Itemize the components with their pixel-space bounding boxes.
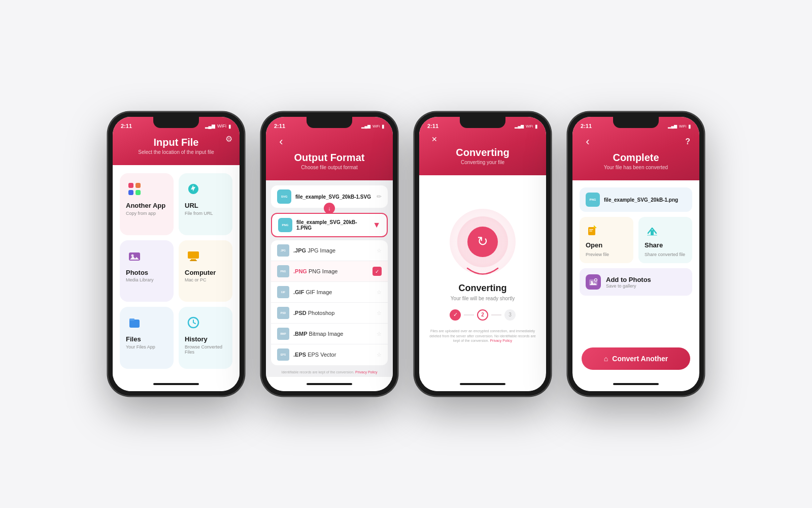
png-list-icon: PNG <box>277 265 289 277</box>
svg-rect-6 <box>188 251 199 259</box>
svg-rect-15 <box>589 229 593 230</box>
complete-actions-grid: Open Preview file Share <box>580 217 692 263</box>
step-3-pending: 3 <box>504 309 516 321</box>
bottom-bar-2 <box>266 377 393 391</box>
format-list: JPG .JPG JPG Image ☆ PNG .PNG PNG Image … <box>271 240 388 365</box>
history-card[interactable]: History Browse Converted Files <box>179 307 232 369</box>
status-icons-2: ▂▄▆ WiFi ▮ <box>361 123 385 129</box>
home-indicator-1 <box>153 383 199 385</box>
wifi-3: WiFi <box>526 124 533 128</box>
screen2-title: Output Format <box>275 151 384 164</box>
files-card[interactable]: Files Your Files App <box>120 307 174 369</box>
download-arrow: ↓ <box>324 203 335 214</box>
notch-4 <box>613 117 659 128</box>
refresh-icon: ↻ <box>477 234 488 249</box>
screen4-nav: ‹ ? <box>582 135 690 148</box>
time-1: 2:11 <box>121 123 132 129</box>
screen-1: 2:11 ▂▄▆ WiFi ▮ ⚙ Input File Select the … <box>113 117 240 391</box>
battery-4: ▮ <box>688 123 691 129</box>
converting-label: Converting Your file will be ready short… <box>451 283 515 301</box>
share-title: Share <box>645 241 686 249</box>
phone-2-output-format: 2:11 ▂▄▆ WiFi ▮ ‹ Output Format Choose f… <box>261 112 398 396</box>
screen3-title: Converting <box>428 146 537 158</box>
complete-file-card: PNG file_example_SVG_20kB-1.png <box>580 187 692 212</box>
svg-rect-23 <box>595 279 597 280</box>
screen3-nav: ✕ <box>428 135 537 143</box>
format-png[interactable]: PNG .PNG PNG Image ✓ <box>271 261 388 282</box>
files-icon <box>126 314 143 331</box>
step-2-number: 2 <box>481 312 484 318</box>
eps-label: .EPS EPS Vector <box>293 352 373 358</box>
computer-sub: Mac or PC <box>185 277 207 282</box>
close-button-3[interactable]: ✕ <box>428 135 441 143</box>
down-icon: ↓ <box>328 205 331 211</box>
status-icons-1: ▂▄▆ WiFi ▮ <box>205 123 231 129</box>
signal-icon: ▂▄▆ <box>205 123 215 129</box>
screen1-title: Input File <box>122 136 230 148</box>
svg-rect-0 <box>128 183 133 188</box>
svg-rect-18 <box>647 235 657 236</box>
history-sub: Browse Converted Files <box>185 344 226 355</box>
png-icon: PNG <box>278 218 292 232</box>
dropdown-arrow[interactable]: ▼ <box>373 220 381 230</box>
svg-point-5 <box>131 254 134 257</box>
eps-icon: EPS <box>277 348 289 361</box>
battery-3: ▮ <box>535 123 538 129</box>
share-card[interactable]: Share Share converted file <box>638 217 692 263</box>
computer-card[interactable]: Computer Mac or PC <box>179 240 232 302</box>
converting-privacy: Files are uploaded over an encrypted con… <box>427 329 538 343</box>
format-psd[interactable]: PSD .PSD Photoshop ☆ <box>271 303 388 324</box>
bottom-bar-4 <box>572 377 699 391</box>
convert-another-label: Convert Another <box>612 355 668 363</box>
open-card[interactable]: Open Preview file <box>580 217 633 263</box>
step-line-2 <box>491 314 501 315</box>
add-photos-card[interactable]: Add to Photos Save to gallery <box>580 268 692 296</box>
convert-another-button[interactable]: ⌂ Convert Another <box>582 347 690 370</box>
privacy-link-3[interactable]: Privacy Policy <box>490 339 512 342</box>
svg-marker-14 <box>594 225 597 228</box>
open-icon <box>586 223 601 238</box>
psd-label: .PSD Photoshop <box>293 310 373 316</box>
privacy-link-2[interactable]: Privacy Policy <box>355 370 378 374</box>
battery-icon: ▮ <box>228 123 231 129</box>
status-icons-3: ▂▄▆ WiFi ▮ <box>515 123 538 129</box>
format-bmp[interactable]: BMP .BMP Bitmap Image ☆ <box>271 324 388 344</box>
screen-2: 2:11 ▂▄▆ WiFi ▮ ‹ Output Format Choose f… <box>266 117 393 391</box>
computer-title: Computer <box>185 269 216 277</box>
back-button-4[interactable]: ‹ <box>582 135 594 148</box>
notch-3 <box>460 117 505 128</box>
signal-2: ▂▄▆ <box>361 124 370 129</box>
spinner-center: ↻ <box>467 227 498 257</box>
svg-rect-7 <box>191 259 196 260</box>
phone-1-input-file: 2:11 ▂▄▆ WiFi ▮ ⚙ Input File Select the … <box>108 112 245 396</box>
step-1-done: ✓ <box>450 309 461 321</box>
phones-container: 2:11 ▂▄▆ WiFi ▮ ⚙ Input File Select the … <box>87 81 725 427</box>
question-button-4[interactable]: ? <box>685 137 690 146</box>
wifi-2: WiFi <box>373 124 380 128</box>
url-card[interactable]: URL File from URL <box>179 173 232 235</box>
wifi-4: WiFi <box>679 124 686 128</box>
format-jpg[interactable]: JPG .JPG JPG Image ☆ <box>271 240 388 261</box>
url-sub: File from URL <box>185 211 213 216</box>
spacer <box>580 301 692 342</box>
svg-rect-2 <box>128 190 133 195</box>
gif-label: .GIF GIF Image <box>293 289 373 295</box>
psd-icon: PSD <box>277 307 289 319</box>
screen4-title: Complete <box>582 151 690 164</box>
back-button-2[interactable]: ‹ <box>275 135 287 148</box>
settings-button[interactable]: ⚙ <box>225 134 232 144</box>
photos-card[interactable]: Photos Media Library <box>120 240 174 302</box>
svg-rect-8 <box>190 260 197 261</box>
pencil-icon[interactable]: ✏ <box>377 193 382 200</box>
converting-sub: Your file will be ready shortly <box>451 296 515 301</box>
screen2-title-wrap: Output Format Choose file output format <box>275 151 384 170</box>
another-app-icon <box>126 180 143 198</box>
screen4-content: PNG file_example_SVG_20kB-1.png <box>572 180 699 377</box>
screen3-title-wrap: Converting Converting your file <box>428 146 537 165</box>
format-gif[interactable]: GIF .GIF GIF Image ☆ <box>271 282 388 303</box>
format-eps[interactable]: EPS .EPS EPS Vector ☆ <box>271 344 388 365</box>
jpg-star: ☆ <box>377 247 382 254</box>
screen2-content: SVG file_example_SVG_20kB-1.SVG ✏ ↓ PNG … <box>266 180 393 377</box>
another-app-card[interactable]: Another App Copy from app <box>120 173 174 235</box>
history-title: History <box>185 335 208 343</box>
